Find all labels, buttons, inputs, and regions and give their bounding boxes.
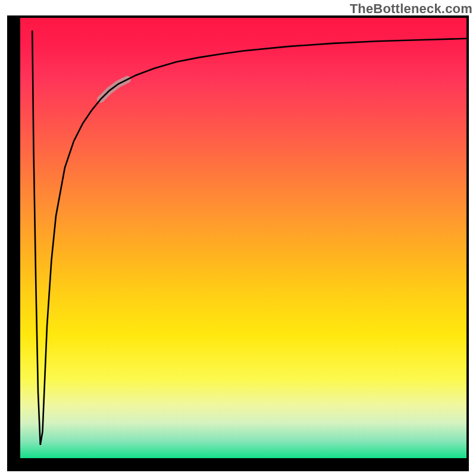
watermark-text: TheBottleneck.com (350, 1, 472, 17)
plot-area (20, 18, 466, 458)
plot-border (7, 15, 469, 471)
chart-frame: TheBottleneck.com (0, 0, 476, 476)
curve-layer (20, 18, 466, 458)
bottleneck-curve (32, 31, 466, 445)
